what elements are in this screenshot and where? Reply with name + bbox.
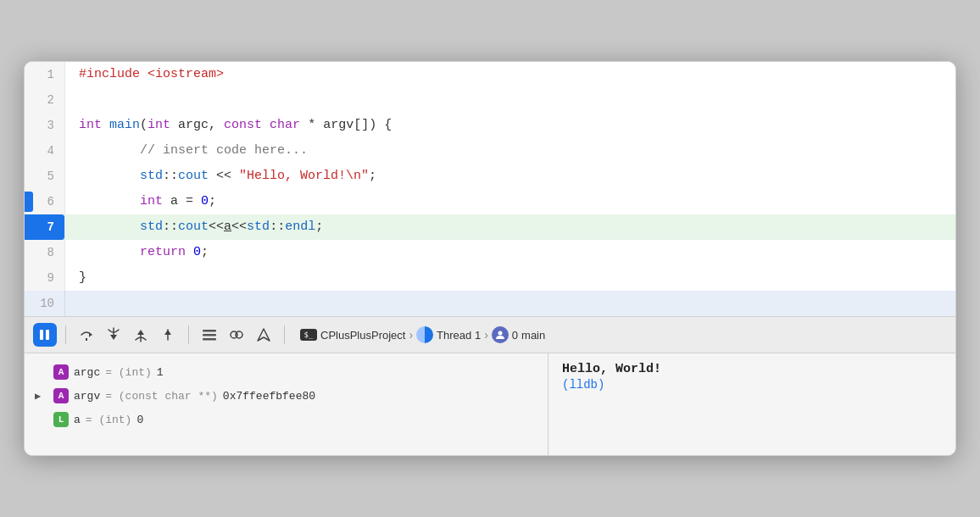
line-number-2: 2: [25, 87, 65, 113]
continue-button[interactable]: [33, 323, 57, 347]
op-eq: =: [178, 192, 201, 212]
line-code-10[interactable]: [65, 291, 955, 316]
line-code-6[interactable]: int a = 0;: [65, 189, 955, 214]
code-line-1: 1 #include <iostream>: [25, 62, 955, 87]
op-scope1: ::: [163, 166, 178, 186]
var-row-argv[interactable]: ▶ A argv = (const char **) 0x7ffeefbfee8…: [25, 384, 548, 408]
svg-point-14: [236, 331, 242, 338]
user-icon: [492, 326, 509, 343]
code-line-9: 9 }: [25, 265, 955, 291]
line-number-1: 1: [25, 62, 65, 87]
line-code-2[interactable]: [65, 87, 955, 113]
var-name-argv: argv: [74, 390, 100, 403]
frame-back-button[interactable]: [156, 323, 180, 347]
var-value-argv: 0x7ffeefbfee80: [223, 390, 315, 403]
op-scope3: ::: [270, 217, 285, 237]
var-a-underlined: a: [224, 217, 231, 237]
code-line-2: 2: [25, 87, 955, 113]
kw-int: int: [79, 115, 109, 136]
line-number-5: 5: [25, 164, 65, 189]
line-number-7: 7: [25, 214, 65, 240]
sep-1: [65, 325, 66, 344]
output-lldb-prompt: (lldb): [562, 378, 942, 392]
line-code-3[interactable]: int main(int argc, const char * argv[]) …: [65, 113, 955, 138]
code-line-4: 4 // insert code here...: [25, 138, 955, 164]
ns-std2: std: [79, 217, 163, 237]
svg-marker-15: [258, 329, 270, 341]
line-code-5[interactable]: std::cout << "Hello, World!\n";: [65, 164, 955, 189]
svg-rect-0: [40, 330, 43, 340]
var-row-a[interactable]: L a = (int) 0: [25, 408, 548, 431]
svg-rect-1: [46, 330, 49, 340]
breadcrumb-frame-name[interactable]: main: [521, 329, 545, 342]
step-into-button[interactable]: [102, 323, 125, 347]
kw-int2: int: [148, 115, 178, 136]
comment-insert: // insert code here...: [79, 141, 308, 161]
code-line-10: 10: [25, 291, 955, 316]
editor-window: 1 #include <iostream> 2 3 int main(int a…: [24, 61, 956, 456]
location-button[interactable]: [252, 323, 276, 347]
op-scope2: ::: [163, 217, 178, 237]
svg-rect-12: [203, 338, 216, 341]
var-name-argc: argc: [74, 366, 100, 379]
svg-rect-11: [203, 334, 216, 336]
op-comma: ,: [209, 115, 224, 136]
var-badge-argv: A: [53, 388, 69, 403]
svg-marker-9: [164, 330, 171, 335]
output-panel: Hello, World! (lldb): [548, 353, 955, 455]
kw-return: return: [79, 242, 193, 263]
op-shift2: <<: [209, 217, 224, 237]
var-name-a: a: [74, 414, 81, 426]
code-line-7: 7 std::cout<<a<<std::endl;: [25, 214, 955, 240]
code-area: 1 #include <iostream> 2 3 int main(int a…: [25, 62, 955, 316]
line-code-9[interactable]: }: [65, 265, 955, 291]
var-badge-a: L: [53, 412, 69, 427]
var-a: a: [170, 192, 178, 212]
svg-point-16: [498, 331, 502, 336]
variables-panel: A argc = (int) 1 ▶ A argv = (const char …: [25, 353, 548, 455]
var-type-argv: = (const char **): [105, 390, 218, 403]
line-number-4: 4: [25, 138, 65, 164]
breadcrumb-project[interactable]: CPlusPlusProject: [320, 329, 405, 342]
step-over-button[interactable]: [75, 323, 98, 347]
debugger-toolbar: $_ CPlusPlusProject › Thread 1 › 0 main: [25, 316, 955, 353]
ns-cout1: cout: [178, 166, 209, 186]
kw-const: const: [224, 115, 270, 136]
kw-int3: int: [79, 192, 170, 212]
op-star: *: [308, 115, 323, 136]
op-paren: (: [140, 115, 148, 136]
var-type-a: = (int): [86, 414, 132, 426]
op-shift1: <<: [209, 166, 239, 186]
line-number-10: 10: [25, 291, 65, 316]
bottom-panel: A argc = (int) 1 ▶ A argv = (const char …: [25, 353, 955, 455]
breadcrumb: $_ CPlusPlusProject › Thread 1 › 0 main: [300, 326, 947, 343]
output-hello-world: Hello, World!: [562, 362, 942, 376]
sep-2: [188, 325, 189, 344]
fn-main: main: [109, 115, 140, 136]
line-code-7[interactable]: std::cout<<a<<std::endl;: [65, 214, 955, 240]
num-0-2: 0: [193, 242, 201, 263]
breadcrumb-thread[interactable]: Thread 1: [437, 329, 481, 342]
line-code-1[interactable]: #include <iostream>: [65, 62, 955, 87]
line-code-8[interactable]: return 0;: [65, 240, 955, 265]
var-expand-argv[interactable]: ▶: [35, 390, 48, 403]
var-value-a: 0: [136, 414, 143, 426]
stack-frames-button[interactable]: [198, 323, 221, 347]
var-row-argc[interactable]: A argc = (int) 1: [25, 360, 548, 384]
op-semi2: ;: [209, 192, 216, 212]
svg-marker-5: [110, 335, 117, 340]
kw-char: char: [270, 115, 308, 136]
svg-marker-7: [137, 330, 144, 335]
thread-icon: [416, 326, 433, 343]
var-argc: argc: [178, 115, 209, 136]
var-value-argc: 1: [157, 366, 164, 379]
bc-sep-1: ›: [409, 328, 413, 342]
ns-std1: std: [79, 166, 163, 186]
code-line-8: 8 return 0;: [25, 240, 955, 265]
code-line-3: 3 int main(int argc, const char * argv[]…: [25, 113, 955, 138]
line-code-4[interactable]: // insert code here...: [65, 138, 955, 164]
step-out-button[interactable]: [129, 323, 153, 347]
op-semi4: ;: [201, 242, 209, 263]
ns-endl: endl: [285, 217, 315, 237]
variables-button[interactable]: [225, 323, 248, 347]
